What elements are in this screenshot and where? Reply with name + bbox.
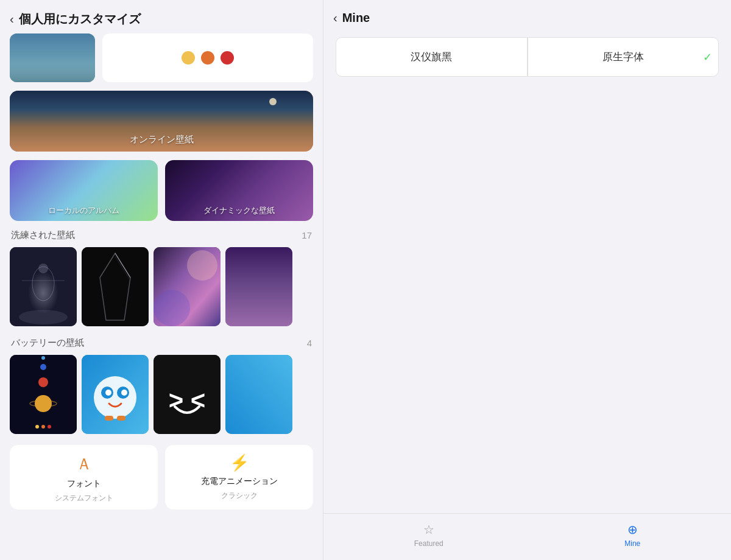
elegant-section-count: 17 xyxy=(302,230,312,240)
right-main-content: 汉仪旗黑 原生字体 ✓ xyxy=(323,31,731,513)
svg-point-16 xyxy=(35,425,39,429)
font-option-native[interactable]: 原生字体 ✓ xyxy=(528,37,719,77)
color-options-panel[interactable] xyxy=(102,33,313,82)
svg-point-13 xyxy=(38,377,48,387)
svg-rect-26 xyxy=(117,416,125,421)
left-panel: ‹ 個人用にカスタマイズ ‹ › オンライン壁紙 xyxy=(0,0,323,560)
elegant-wallpaper-4[interactable] xyxy=(225,247,292,326)
font-card-title: フォント xyxy=(67,478,101,489)
font-card[interactable]: Ａ フォント システムフォント xyxy=(10,445,158,509)
svg-text:> <: > < xyxy=(169,386,206,415)
battery-wallpaper-grid: > < xyxy=(10,355,313,434)
mine-tab-icon: ⊕ xyxy=(627,522,638,537)
right-tab-bar: ☆ Featured ⊕ Mine xyxy=(323,513,731,560)
charge-card-title: 充電アニメーション xyxy=(201,476,278,487)
svg-point-14 xyxy=(40,364,46,370)
svg-point-24 xyxy=(121,390,127,396)
charge-card-subtitle: クラシック xyxy=(221,491,258,501)
svg-point-3 xyxy=(38,264,48,273)
font-option-native-label: 原生字体 xyxy=(602,50,644,64)
landscape-preview-thumb[interactable]: ‹ › xyxy=(10,33,95,82)
font-icon: Ａ xyxy=(76,453,92,475)
dynamic-wallpaper-card[interactable]: ダイナミックな壁紙 xyxy=(165,160,313,221)
online-wallpaper-label: オンライン壁紙 xyxy=(10,134,313,145)
svg-point-17 xyxy=(41,425,45,429)
local-album-label: ローカルのアルバム xyxy=(10,205,158,216)
elegant-section-title: 洗練された壁紙 xyxy=(11,229,75,241)
svg-point-4 xyxy=(19,310,68,324)
top-preview-row: ‹ › xyxy=(10,33,313,82)
color-dot-red[interactable] xyxy=(221,51,234,65)
svg-point-23 xyxy=(105,390,111,396)
font-option-row: 汉仪旗黑 原生字体 ✓ xyxy=(336,37,719,77)
elegant-wallpaper-2[interactable] xyxy=(82,247,149,326)
left-back-button[interactable]: ‹ xyxy=(10,12,14,26)
two-col-wallpaper-row: ローカルのアルバム ダイナミックな壁紙 xyxy=(10,160,313,221)
svg-point-7 xyxy=(187,250,217,281)
battery-wallpaper-4[interactable] xyxy=(225,355,292,434)
bottom-cards-row: Ａ フォント システムフォント ⚡ 充電アニメーション クラシック xyxy=(10,445,313,509)
svg-point-1 xyxy=(32,267,54,301)
battery-section-count: 4 xyxy=(307,338,312,348)
elegant-wallpaper-1[interactable] xyxy=(10,247,77,326)
charge-animation-card[interactable]: ⚡ 充電アニメーション クラシック xyxy=(165,445,313,509)
online-wallpaper-card[interactable]: オンライン壁紙 xyxy=(10,91,313,152)
mine-tab-label: Mine xyxy=(624,539,640,548)
svg-rect-29 xyxy=(225,355,292,434)
svg-point-8 xyxy=(154,290,190,326)
charge-icon: ⚡ xyxy=(230,453,249,472)
font-option-hanyi[interactable]: 汉仪旗黑 xyxy=(336,37,528,77)
svg-rect-25 xyxy=(105,416,113,421)
elegant-wallpaper-3[interactable] xyxy=(154,247,221,326)
check-icon: ✓ xyxy=(703,51,712,64)
elegant-section-header: 洗練された壁紙 17 xyxy=(10,229,313,241)
right-back-button[interactable]: ‹ xyxy=(333,11,337,25)
svg-point-15 xyxy=(41,356,45,360)
font-option-hanyi-label: 汉仪旗黑 xyxy=(411,50,452,64)
svg-point-20 xyxy=(94,376,136,419)
svg-point-18 xyxy=(48,425,51,429)
tab-featured[interactable]: ☆ Featured xyxy=(414,522,443,548)
color-dot-yellow[interactable] xyxy=(182,51,195,65)
dynamic-wallpaper-label: ダイナミックな壁紙 xyxy=(165,205,313,216)
moon-decoration xyxy=(269,98,277,105)
left-scroll-content: ‹ › オンライン壁紙 ローカルのアルバム ダイナミックな壁紙 xyxy=(0,33,323,560)
tab-mine[interactable]: ⊕ Mine xyxy=(624,522,640,548)
right-panel: ‹ Mine 汉仪旗黑 原生字体 ✓ ☆ Featured ⊕ Mine xyxy=(323,0,731,560)
left-header: ‹ 個人用にカスタマイズ xyxy=(0,0,323,33)
right-panel-title: Mine xyxy=(342,11,370,25)
battery-wallpaper-1[interactable] xyxy=(10,355,77,434)
battery-wallpaper-2[interactable] xyxy=(82,355,149,434)
featured-tab-label: Featured xyxy=(414,539,443,548)
elegant-wallpaper-grid xyxy=(10,247,313,326)
battery-section-title: バッテリーの壁紙 xyxy=(11,337,84,349)
featured-tab-icon: ☆ xyxy=(423,522,434,537)
svg-rect-9 xyxy=(225,247,292,326)
svg-rect-5 xyxy=(82,247,149,326)
svg-point-11 xyxy=(35,395,52,412)
battery-section-header: バッテリーの壁紙 4 xyxy=(10,337,313,349)
right-header: ‹ Mine xyxy=(323,0,731,31)
color-dot-orange[interactable] xyxy=(201,51,214,65)
battery-wallpaper-3[interactable]: > < xyxy=(154,355,221,434)
left-panel-title: 個人用にカスタマイズ xyxy=(19,11,141,27)
font-card-subtitle: システムフォント xyxy=(55,493,113,503)
local-album-card[interactable]: ローカルのアルバム xyxy=(10,160,158,221)
